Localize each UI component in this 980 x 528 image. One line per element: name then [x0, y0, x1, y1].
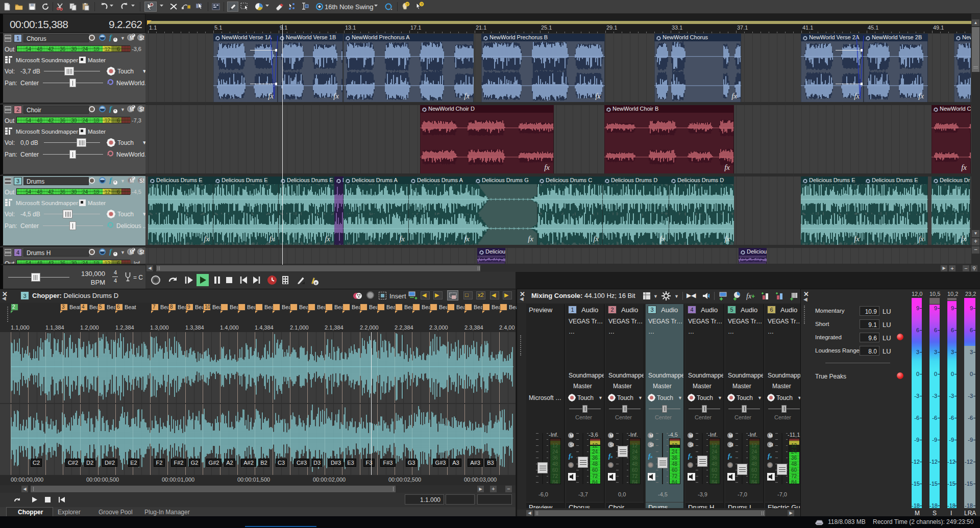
- svg-text:?: ?: [421, 2, 423, 7]
- svg-text:e: e: [315, 281, 317, 285]
- svg-text:?: ?: [406, 2, 409, 7]
